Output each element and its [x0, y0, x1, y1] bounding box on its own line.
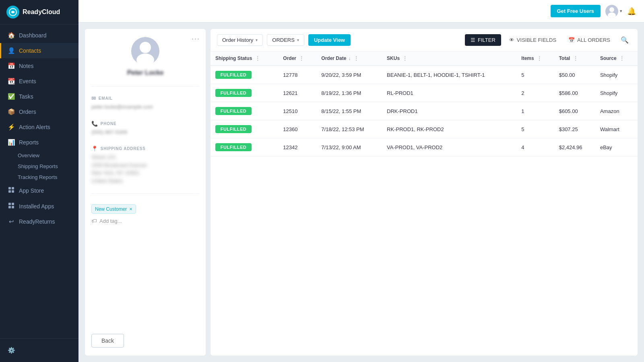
col-menu-icon[interactable]: ⋮: [573, 56, 578, 61]
tag-icon: 🏷: [91, 218, 97, 224]
visible-fields-button[interactable]: 👁 VISIBLE FIELDS: [505, 34, 560, 46]
status-badge: FULFILLED: [215, 107, 252, 115]
cell-order: 12510: [278, 102, 316, 120]
cell-date: 9/20/22, 3:59 PM: [316, 66, 382, 84]
table-row[interactable]: FULFILLED 12510 8/15/22, 1:55 PM DRK-PRO…: [211, 102, 638, 120]
sort-icon[interactable]: ↓: [349, 56, 351, 61]
sidebar-item-orders[interactable]: 📦 Orders: [0, 104, 78, 119]
sidebar-item-installed-apps[interactable]: Installed Apps: [0, 198, 78, 214]
get-free-users-button[interactable]: Get Free Users: [551, 5, 601, 17]
col-skus: SKUs ⋮: [382, 51, 516, 66]
cell-order: 12621: [278, 84, 316, 102]
location-icon: 📍: [91, 146, 98, 152]
new-customer-tag: New Customer ×: [91, 204, 136, 214]
sidebar-item-notes[interactable]: 📅 Notes: [0, 58, 78, 74]
main-area: Get Free Users ▾ 🔔 ··· Peter Locke: [78, 0, 644, 362]
dashboard-icon: 🏠: [8, 32, 15, 39]
orders-dropdown[interactable]: ORDERS ▾: [267, 34, 304, 46]
col-menu-icon[interactable]: ⋮: [619, 56, 624, 61]
filter-icon: ☰: [471, 37, 475, 43]
sidebar-item-label: Events: [19, 78, 36, 84]
table-row[interactable]: FULFILLED 12342 7/13/22, 9:00 AM VA-PROD…: [211, 138, 638, 156]
chevron-down-icon: ▾: [256, 38, 258, 42]
tag-label: New Customer: [95, 206, 127, 212]
sidebar-item-label: Dashboard: [19, 32, 47, 39]
sidebar-item-app-store[interactable]: App Store: [0, 183, 78, 198]
svg-rect-6: [12, 203, 14, 205]
sidebar-sub-tracking-reports[interactable]: Tracking Reports: [18, 172, 78, 183]
cell-skus: VA-PROD1, VA-PROD2: [382, 138, 516, 156]
logo-area: ReadyCloud: [0, 0, 78, 25]
reports-submenu: Overview Shipping Reports Tracking Repor…: [0, 150, 78, 183]
all-orders-button[interactable]: 📅 ALL ORDERS: [564, 34, 614, 46]
eye-icon: 👁: [509, 37, 514, 43]
email-icon: ✉: [91, 95, 96, 101]
cell-source: Amazon: [595, 102, 638, 120]
sidebar-settings[interactable]: ⚙️: [0, 343, 78, 358]
svg-rect-7: [8, 206, 11, 208]
settings-icon: ⚙️: [8, 347, 15, 354]
sidebar-item-tasks[interactable]: ✅ Tasks: [0, 89, 78, 104]
col-menu-icon[interactable]: ⋮: [402, 56, 407, 61]
col-menu-icon[interactable]: ⋮: [299, 56, 304, 61]
order-history-dropdown[interactable]: Order History ▾: [217, 34, 263, 46]
orders-label: ORDERS: [272, 37, 295, 43]
cell-source: Shopify: [595, 66, 638, 84]
back-button-area: Back: [91, 326, 199, 348]
table-header-row: Shipping Status ⋮ Order ⋮ Order Date ↓ ⋮: [211, 51, 638, 66]
panel-menu-icon[interactable]: ···: [192, 35, 200, 43]
orders-icon: 📦: [8, 108, 15, 115]
tasks-icon: ✅: [8, 93, 15, 100]
tag-close-button[interactable]: ×: [129, 206, 132, 212]
sidebar-sub-overview[interactable]: Overview: [18, 150, 78, 161]
action-alerts-icon: ⚡: [8, 123, 15, 131]
sidebar-item-dashboard[interactable]: 🏠 Dashboard: [0, 28, 78, 43]
status-badge: FULFILLED: [215, 143, 252, 151]
svg-point-10: [608, 12, 616, 18]
table-row[interactable]: FULFILLED 12778 9/20/22, 3:59 PM BEANIE-…: [211, 66, 638, 84]
order-history-label: Order History: [222, 37, 253, 43]
col-menu-icon[interactable]: ⋮: [354, 56, 359, 61]
cell-skus: RK-PROD1, RK-PROD2: [382, 120, 516, 138]
tags-section: New Customer × 🏷 Add tag...: [91, 204, 199, 224]
cell-items: 1: [516, 102, 554, 120]
notification-bell-icon[interactable]: 🔔: [627, 7, 636, 16]
update-view-button[interactable]: Update View: [308, 34, 351, 46]
table-row[interactable]: FULFILLED 12360 7/18/22, 12:53 PM RK-PRO…: [211, 120, 638, 138]
sidebar-item-contacts[interactable]: 👤 Contacts: [0, 43, 78, 58]
cell-source: eBay: [595, 138, 638, 156]
cell-skus: RL-PROD1: [382, 84, 516, 102]
col-menu-icon[interactable]: ⋮: [255, 56, 260, 61]
content-area: ··· Peter Locke ✉ EMAIL peter.locke@exam…: [78, 23, 644, 362]
sidebar-nav: 🏠 Dashboard 👤 Contacts 📅 Notes 📆 Events …: [0, 25, 78, 338]
sidebar-item-reports[interactable]: 📊 Reports: [0, 135, 78, 150]
logo-icon: [6, 6, 19, 19]
cell-items: 5: [516, 66, 554, 84]
sidebar-item-ready-returns[interactable]: ↩ ReadyReturns: [0, 214, 78, 229]
contact-email-field: ✉ EMAIL peter.locke@example.com: [91, 95, 199, 111]
col-menu-icon[interactable]: ⋮: [537, 56, 542, 61]
svg-point-11: [140, 42, 151, 53]
sidebar-item-action-alerts[interactable]: ⚡ Action Alerts: [0, 119, 78, 135]
sidebar-item-events[interactable]: 📆 Events: [0, 74, 78, 89]
filter-button[interactable]: ☰ FILTER: [465, 34, 501, 46]
phone-icon: 📞: [91, 121, 98, 127]
orders-table: Shipping Status ⋮ Order ⋮ Order Date ↓ ⋮: [211, 51, 638, 156]
add-tag-button[interactable]: 🏷 Add tag...: [91, 218, 122, 224]
sidebar-item-label: Contacts: [19, 47, 41, 54]
phone-label: 📞 PHONE: [91, 121, 199, 127]
cell-total: $2,424.96: [554, 138, 595, 156]
contact-phone-field: 📞 PHONE (555) 867-5309: [91, 121, 199, 136]
back-button[interactable]: Back: [91, 334, 124, 348]
status-badge: FULFILLED: [215, 71, 252, 79]
col-order: Order ⋮: [278, 51, 316, 66]
search-button[interactable]: 🔍: [618, 34, 631, 46]
contact-avatar: [131, 37, 159, 65]
sidebar-item-label: Notes: [19, 63, 34, 69]
sidebar-sub-shipping-reports[interactable]: Shipping Reports: [18, 161, 78, 172]
cell-order: 12342: [278, 138, 316, 156]
user-avatar-area[interactable]: ▾: [605, 5, 622, 18]
table-row[interactable]: FULFILLED 12621 8/19/22, 1:36 PM RL-PROD…: [211, 84, 638, 102]
cell-total: $586.00: [554, 84, 595, 102]
cell-order: 12360: [278, 120, 316, 138]
